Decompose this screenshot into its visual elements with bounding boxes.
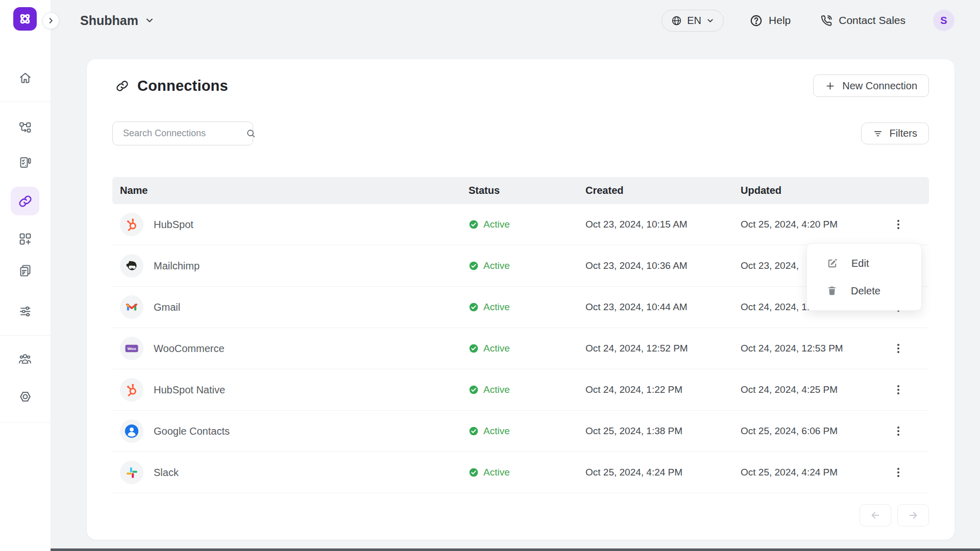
created-date: Oct 25, 2024, 1:38 PM — [585, 425, 741, 437]
row-menu-button[interactable] — [893, 380, 903, 400]
check-circle-icon — [469, 426, 479, 436]
search-box — [112, 121, 253, 145]
status-label: Active — [483, 343, 510, 354]
check-circle-icon — [469, 385, 479, 395]
status-badge: Active — [469, 219, 585, 230]
filters-button[interactable]: Filters — [861, 122, 929, 144]
connection-name: HubSpot — [154, 219, 193, 231]
search-input[interactable] — [113, 128, 246, 139]
connection-logo — [120, 461, 143, 484]
settings-nut-icon — [18, 389, 33, 404]
next-page-button[interactable] — [897, 504, 929, 527]
sidebar-item-connections[interactable] — [11, 187, 39, 215]
connection-name: Google Contacts — [154, 425, 230, 437]
sidebar-divider — [0, 102, 51, 102]
table-row[interactable]: HubSpot Native Active Oct 24, 2024, 1:22… — [112, 369, 929, 411]
check-circle-icon — [469, 467, 479, 478]
created-date: Oct 23, 2024, 10:15 AM — [585, 219, 741, 230]
status-label: Active — [483, 302, 510, 313]
link-icon — [18, 194, 33, 209]
row-menu-button[interactable] — [893, 338, 903, 359]
sidebar-item-workflows[interactable] — [13, 115, 37, 140]
filters-label: Filters — [890, 128, 917, 139]
status-label: Active — [483, 467, 510, 478]
sidebar-item-templates[interactable] — [13, 258, 37, 283]
new-connection-button[interactable]: New Connection — [813, 74, 929, 97]
connection-name: Slack — [154, 467, 179, 479]
created-date: Oct 23, 2024, 10:36 AM — [585, 260, 741, 271]
sidebar-divider — [0, 335, 51, 336]
report-icon — [18, 156, 32, 169]
connection-name: WooCommerce — [154, 343, 225, 355]
status-badge: Active — [469, 260, 585, 271]
sidebar-item-home[interactable] — [13, 65, 37, 90]
check-circle-icon — [469, 302, 479, 312]
status-label: Active — [483, 384, 510, 395]
table-header: Name Status Created Updated — [112, 177, 929, 204]
chevron-down-icon — [144, 15, 155, 26]
window-bottom-edge — [51, 548, 980, 551]
help-button[interactable]: Help — [749, 14, 791, 28]
check-circle-icon — [469, 219, 479, 230]
table-row[interactable]: Google Contacts Active Oct 25, 2024, 1:3… — [112, 411, 929, 452]
connections-table: Name Status Created Updated HubSpot Acti… — [112, 177, 929, 493]
menu-item-edit[interactable]: Edit — [807, 249, 921, 277]
app-window: Shubham EN Help — [0, 0, 980, 551]
connection-logo — [120, 419, 143, 443]
status-label: Active — [483, 425, 510, 437]
status-badge: Active — [469, 343, 585, 354]
status-badge: Active — [469, 425, 585, 437]
workspace-switcher[interactable]: Shubham — [80, 13, 155, 28]
avatar-initial: S — [940, 15, 947, 27]
row-menu-button[interactable] — [893, 214, 903, 235]
row-menu-button[interactable] — [893, 462, 903, 483]
app-logo[interactable] — [13, 7, 37, 31]
edit-label: Edit — [851, 258, 869, 269]
updated-date: Oct 24, 2024, 4:25 PM — [741, 384, 868, 395]
sidebar-item-settings[interactable] — [13, 384, 37, 409]
language-selector[interactable]: EN — [662, 10, 724, 32]
page-title: Connections — [137, 78, 228, 94]
table-row[interactable]: Woo WooCommerce Active Oct 24, 2024, 12:… — [112, 328, 929, 369]
new-connection-label: New Connection — [842, 80, 917, 92]
user-avatar[interactable]: S — [933, 10, 954, 31]
sidebar-item-reports[interactable] — [13, 150, 37, 174]
previous-page-button[interactable] — [860, 504, 891, 527]
link-icon — [115, 79, 129, 93]
globe-icon — [671, 15, 682, 27]
status-badge: Active — [469, 467, 585, 478]
home-icon — [18, 71, 32, 85]
column-header-updated: Updated — [741, 185, 868, 196]
sidebar-expand-button[interactable] — [42, 12, 59, 29]
sidebar-item-preferences[interactable] — [13, 299, 37, 323]
updated-date: Oct 25, 2024, 4:24 PM — [741, 467, 868, 478]
edit-icon — [826, 258, 838, 269]
updated-date: Oct 25, 2024, 6:06 PM — [741, 425, 868, 437]
status-badge: Active — [469, 302, 585, 313]
sidebar-item-integrations[interactable] — [13, 227, 37, 251]
menu-item-delete[interactable]: Delete — [807, 277, 921, 305]
connection-logo — [120, 295, 143, 319]
connection-logo — [120, 213, 143, 236]
check-circle-icon — [469, 261, 479, 271]
chevron-right-icon — [47, 17, 55, 24]
table-row[interactable]: HubSpot Active Oct 23, 2024, 10:15 AM Oc… — [112, 204, 929, 245]
table-row[interactable]: Slack Active Oct 25, 2024, 4:24 PM Oct 2… — [112, 452, 929, 493]
contact-sales-button[interactable]: Contact Sales — [820, 14, 905, 27]
connection-logo: Woo — [120, 337, 143, 360]
sidebar-item-team[interactable] — [13, 346, 37, 371]
search-icon — [246, 128, 256, 139]
column-header-status: Status — [469, 185, 585, 196]
column-header-name: Name — [112, 185, 469, 196]
status-label: Active — [483, 260, 510, 271]
connection-name: HubSpot Native — [154, 384, 225, 396]
connection-logo — [120, 254, 143, 278]
documents-icon — [18, 264, 32, 278]
created-date: Oct 25, 2024, 4:24 PM — [585, 467, 741, 478]
sliders-icon — [18, 305, 32, 318]
workflow-icon — [18, 121, 32, 135]
row-menu-button[interactable] — [893, 421, 903, 441]
created-date: Oct 24, 2024, 12:52 PM — [585, 343, 741, 354]
sidebar-divider — [0, 422, 51, 422]
updated-date: Oct 24, 2024, 12:53 PM — [741, 343, 868, 354]
